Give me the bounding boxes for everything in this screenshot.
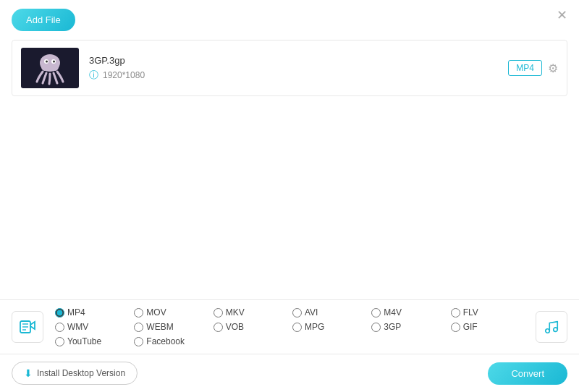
install-label: Install Desktop Version bbox=[37, 368, 125, 378]
format-option-mp4[interactable]: MP4 bbox=[55, 307, 131, 318]
file-thumbnail bbox=[21, 48, 79, 88]
file-actions: MP4 ⚙ bbox=[508, 60, 558, 76]
format-radio-mpg[interactable] bbox=[292, 323, 302, 332]
format-radio-m4v[interactable] bbox=[371, 308, 381, 318]
download-icon: ⬇ bbox=[24, 367, 33, 379]
format-radio-wmv[interactable] bbox=[55, 323, 64, 332]
svg-point-12 bbox=[554, 328, 558, 332]
format-radio-mp4[interactable] bbox=[55, 308, 64, 318]
footer-bar: ⬇ Install Desktop Version Convert bbox=[0, 354, 579, 392]
format-option-gif[interactable]: GIF bbox=[451, 322, 527, 332]
add-file-button[interactable]: Add File bbox=[12, 9, 75, 31]
format-radio-3gp[interactable] bbox=[371, 323, 381, 332]
format-radio-flv[interactable] bbox=[451, 308, 460, 318]
format-option-vob[interactable]: VOB bbox=[214, 322, 290, 332]
format-option-wmv[interactable]: WMV bbox=[55, 322, 131, 332]
thumbnail-image bbox=[28, 50, 72, 86]
format-radio-gif[interactable] bbox=[451, 323, 460, 332]
format-option-avi[interactable]: AVI bbox=[292, 307, 368, 318]
music-icon-box[interactable] bbox=[536, 311, 567, 343]
format-radio-mkv[interactable] bbox=[214, 308, 223, 318]
file-resolution: 1920*1080 bbox=[103, 70, 145, 80]
file-name: 3GP.3gp bbox=[89, 55, 508, 66]
svg-point-5 bbox=[46, 61, 48, 63]
svg-point-11 bbox=[546, 329, 550, 333]
format-option-mkv[interactable]: MKV bbox=[214, 307, 290, 318]
format-radio-vob[interactable] bbox=[214, 323, 223, 332]
format-grid: MP4 MOV MKV AVI M4V FLV WMV WEB bbox=[55, 307, 527, 346]
format-radio-mov[interactable] bbox=[134, 308, 143, 318]
svg-point-6 bbox=[53, 61, 55, 63]
format-radio-facebook[interactable] bbox=[134, 337, 143, 346]
empty-area bbox=[0, 96, 579, 241]
music-icon bbox=[544, 319, 559, 335]
format-option-webm[interactable]: WEBM bbox=[134, 322, 210, 332]
header: Add File ✕ bbox=[0, 0, 579, 40]
format-radio-avi[interactable] bbox=[292, 308, 302, 318]
format-option-mpg[interactable]: MPG bbox=[292, 322, 368, 332]
video-icon-box[interactable] bbox=[12, 311, 43, 343]
file-item: 3GP.3gp ⓘ 1920*1080 MP4 ⚙ bbox=[12, 41, 567, 95]
format-section: MP4 MOV MKV AVI M4V FLV WMV WEB bbox=[0, 300, 579, 354]
format-option-m4v[interactable]: M4V bbox=[371, 307, 447, 318]
format-option-3gp[interactable]: 3GP bbox=[371, 322, 447, 332]
convert-button[interactable]: Convert bbox=[488, 362, 567, 385]
close-button[interactable]: ✕ bbox=[557, 9, 567, 22]
format-option-mov[interactable]: MOV bbox=[134, 307, 210, 318]
video-icon bbox=[19, 318, 36, 336]
file-meta: ⓘ 1920*1080 bbox=[89, 69, 508, 82]
format-option-flv[interactable]: FLV bbox=[451, 307, 527, 318]
format-option-facebook[interactable]: Facebook bbox=[134, 336, 210, 346]
format-badge[interactable]: MP4 bbox=[508, 60, 542, 76]
format-radio-webm[interactable] bbox=[134, 323, 143, 332]
settings-icon[interactable]: ⚙ bbox=[548, 61, 558, 75]
format-option-youtube[interactable]: YouTube bbox=[55, 336, 131, 346]
format-radio-youtube[interactable] bbox=[55, 337, 64, 346]
bottom-bar: MP4 MOV MKV AVI M4V FLV WMV WEB bbox=[0, 299, 579, 392]
info-icon: ⓘ bbox=[89, 69, 98, 82]
file-info: 3GP.3gp ⓘ 1920*1080 bbox=[89, 55, 508, 82]
file-list: 3GP.3gp ⓘ 1920*1080 MP4 ⚙ bbox=[12, 40, 567, 96]
install-desktop-button[interactable]: ⬇ Install Desktop Version bbox=[12, 362, 138, 385]
